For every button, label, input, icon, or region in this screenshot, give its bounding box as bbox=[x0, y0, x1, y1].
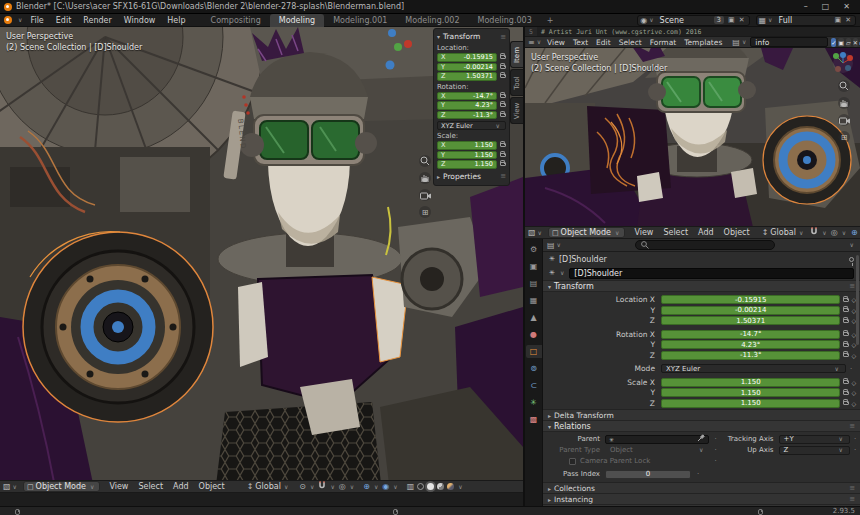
right-3d-viewport[interactable]: User Perspective (2) Scene Collection | … bbox=[525, 48, 860, 226]
tab-output[interactable]: ▤ bbox=[526, 277, 542, 290]
menu-text[interactable]: Text bbox=[569, 38, 592, 47]
menu-select[interactable]: Select bbox=[615, 38, 646, 47]
proportional-editing-icon[interactable]: ◎ bbox=[830, 228, 839, 237]
sidebar-tab-view[interactable]: View bbox=[510, 97, 523, 124]
open-text-icon[interactable]: ▱ bbox=[846, 38, 851, 47]
zoom-icon[interactable] bbox=[419, 155, 431, 167]
mode-dropdown[interactable]: □ Object Mode ∨ bbox=[548, 227, 625, 238]
lock-icon[interactable] bbox=[843, 391, 849, 395]
tab-scene[interactable]: ▲ bbox=[526, 311, 542, 324]
left-3d-viewport[interactable]: BLEND User Perspective (2) Scene Collect… bbox=[0, 27, 523, 493]
add-workspace-button[interactable]: + bbox=[541, 14, 560, 27]
relations-panel-header[interactable]: ▾ Relations ≡ bbox=[543, 420, 860, 432]
editor-type-icon[interactable]: ▤ bbox=[547, 241, 555, 250]
shading-wireframe-icon[interactable] bbox=[417, 483, 424, 490]
show-gizmo-icon[interactable]: ⊕ bbox=[850, 228, 859, 237]
keyframe-icon[interactable]: ◇ bbox=[851, 389, 856, 396]
scale-z-field[interactable]: Z1.150 bbox=[437, 160, 497, 169]
remove-view-layer-icon[interactable]: ✕ bbox=[843, 16, 853, 24]
rotation-y-field[interactable]: 4.23° bbox=[661, 340, 840, 349]
move-view-icon[interactable] bbox=[838, 97, 850, 109]
lock-icon[interactable] bbox=[500, 55, 506, 59]
lock-icon[interactable] bbox=[500, 103, 506, 107]
keyframe-icon[interactable]: ◇ bbox=[851, 400, 856, 407]
tab-object-data[interactable]: ✳ bbox=[526, 396, 542, 409]
menu-format[interactable]: Format bbox=[646, 38, 680, 47]
show-gizmo-icon[interactable]: ⊕ bbox=[362, 482, 371, 491]
rotation-mode-dropdown[interactable]: XYZ Euler ∨ bbox=[661, 364, 846, 373]
npanel-transform-header[interactable]: ▾ Transform ≡ bbox=[437, 31, 506, 42]
tab-modeling-001[interactable]: Modeling.001 bbox=[324, 14, 396, 27]
blender-menu-icon[interactable] bbox=[4, 16, 12, 24]
view-layer-selector[interactable]: ▦ ∨ Full ▣ ✕ bbox=[756, 15, 856, 26]
sidebar-tab-tool[interactable]: Tool bbox=[510, 69, 523, 96]
keyframe-icon[interactable]: ◇ bbox=[851, 352, 856, 359]
editor-type-icon[interactable]: ▧ bbox=[528, 228, 536, 237]
menu-view[interactable]: View bbox=[104, 482, 133, 491]
close-button[interactable]: ✕ bbox=[843, 2, 850, 11]
menu-object[interactable]: Object bbox=[719, 228, 755, 237]
rotation-y-field[interactable]: Y4.23° bbox=[437, 101, 497, 110]
editor-type-icon[interactable]: ≡ bbox=[528, 38, 535, 47]
scale-x-field[interactable]: X1.150 bbox=[437, 141, 497, 150]
location-x-field[interactable]: -0.15915 bbox=[661, 295, 840, 304]
editor-type-icon[interactable]: ▧ bbox=[3, 482, 11, 491]
location-y-field[interactable]: Y-0.00214 bbox=[437, 63, 497, 72]
location-y-field[interactable]: -0.00214 bbox=[661, 306, 840, 315]
pivot-point-icon[interactable]: ⊙ bbox=[298, 482, 307, 491]
lock-icon[interactable] bbox=[843, 343, 849, 347]
unlink-text-icon[interactable]: ✕ bbox=[853, 38, 858, 47]
rotation-mode-dropdown[interactable]: XYZ Euler ∨ bbox=[437, 121, 506, 130]
mode-dropdown[interactable]: □ Object Mode ∨ bbox=[23, 481, 100, 492]
lock-icon[interactable] bbox=[843, 298, 849, 302]
tab-physics[interactable]: ⊚ bbox=[526, 362, 542, 375]
perspective-toggle-icon[interactable]: ⊞ bbox=[419, 206, 431, 218]
tab-tool[interactable]: ⚙ bbox=[526, 243, 542, 256]
scrollbar[interactable] bbox=[856, 255, 859, 345]
new-view-layer-icon[interactable]: ▣ bbox=[833, 16, 844, 24]
sidebar-tab-item[interactable]: Item bbox=[510, 41, 523, 68]
snap-magnet-icon[interactable] bbox=[317, 481, 327, 492]
tab-world[interactable]: ● bbox=[526, 328, 542, 341]
menu-add[interactable]: Add bbox=[693, 228, 719, 237]
new-text-icon[interactable]: ▣ bbox=[838, 38, 844, 47]
rotation-x-field[interactable]: X-14.7° bbox=[437, 92, 497, 101]
menu-window[interactable]: Window bbox=[118, 16, 162, 25]
object-name-field[interactable]: [D]Shoulder bbox=[569, 268, 854, 279]
scene-selector[interactable]: ◉ ∨ Scene 3 ▣ ✕ bbox=[637, 15, 749, 26]
lock-icon[interactable] bbox=[500, 74, 506, 78]
parent-field[interactable]: ✳ bbox=[605, 435, 709, 444]
shading-material-icon[interactable] bbox=[437, 483, 444, 490]
lock-icon[interactable] bbox=[843, 380, 849, 384]
menu-add[interactable]: Add bbox=[168, 482, 194, 491]
location-x-field[interactable]: X-0.15915 bbox=[437, 53, 497, 62]
lock-icon[interactable] bbox=[500, 153, 506, 157]
menu-templates[interactable]: Templates bbox=[680, 38, 726, 47]
location-z-field[interactable]: Z1.50371 bbox=[437, 72, 497, 81]
npanel-properties-header[interactable]: ▸ Properties ≡ bbox=[437, 171, 506, 182]
scale-z-field[interactable]: 1.150 bbox=[661, 399, 840, 408]
scale-y-field[interactable]: Y1.150 bbox=[437, 151, 497, 160]
instancing-panel-header[interactable]: ▸ Instancing ≡ bbox=[543, 493, 860, 504]
collections-panel-header[interactable]: ▸ Collections ≡ bbox=[543, 482, 860, 493]
scale-y-field[interactable]: 1.150 bbox=[661, 388, 840, 397]
decorator-dot[interactable]: · bbox=[711, 435, 721, 443]
lock-icon[interactable] bbox=[500, 94, 506, 98]
show-overlays-icon[interactable]: ◉ bbox=[381, 482, 390, 491]
tab-modeling-002[interactable]: Modeling.002 bbox=[396, 14, 468, 27]
decorator-dot[interactable]: · bbox=[846, 365, 856, 373]
register-check-icon[interactable]: ✓ bbox=[831, 38, 836, 47]
perspective-toggle-icon[interactable]: ⊞ bbox=[838, 131, 850, 143]
lock-icon[interactable] bbox=[843, 308, 849, 312]
xray-toggle-icon[interactable]: ▥ bbox=[406, 482, 416, 491]
up-axis-dropdown[interactable]: Z ∨ bbox=[779, 446, 850, 455]
scale-x-field[interactable]: 1.150 bbox=[661, 378, 840, 387]
proportional-editing-icon[interactable]: ◎ bbox=[338, 482, 347, 491]
menu-edit[interactable]: Edit bbox=[592, 38, 615, 47]
decorator-dot[interactable]: · bbox=[850, 435, 860, 443]
filter-dropdown-icon[interactable]: ∨ bbox=[850, 242, 854, 248]
tab-render[interactable]: ▣ bbox=[526, 260, 542, 273]
menu-file[interactable]: File bbox=[24, 16, 49, 25]
menu-help[interactable]: Help bbox=[161, 16, 191, 25]
transform-panel-header[interactable]: ▾ Transform ≡ bbox=[543, 280, 860, 292]
